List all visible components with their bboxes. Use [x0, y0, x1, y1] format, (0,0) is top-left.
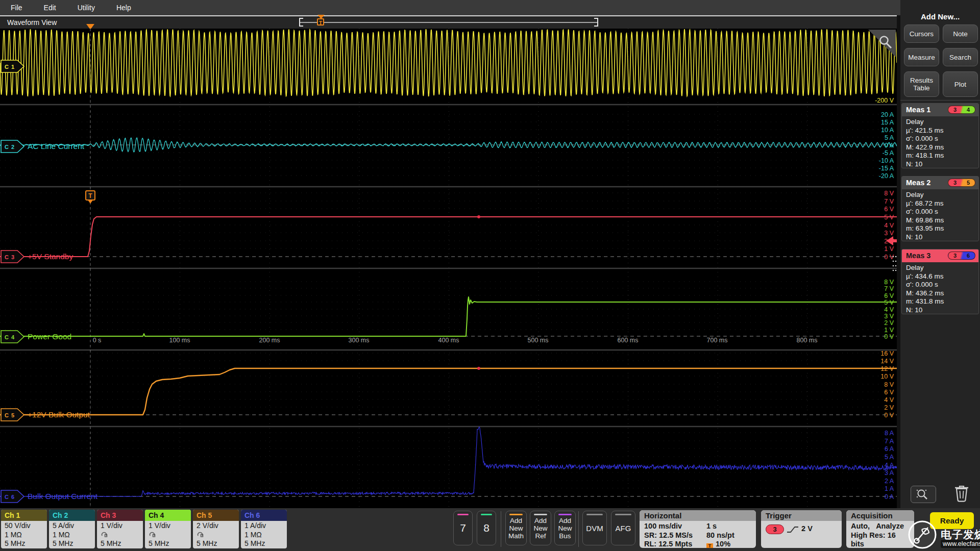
horizontal-pan-track[interactable]: [300, 22, 597, 23]
cursors-button[interactable]: Cursors: [904, 24, 939, 43]
dvm-button[interactable]: DVM: [582, 511, 607, 545]
meas-stat-line: σ': 0.000 s: [906, 208, 974, 216]
channel-setting-row: 5 MHz: [149, 539, 191, 548]
panel-divider: [900, 100, 980, 101]
channel-flag-c6[interactable]: C 6Bulk Output Current: [1, 490, 98, 503]
horizontal-panel-title: Horizontal: [640, 510, 756, 521]
results-table-button[interactable]: Results Table: [904, 71, 939, 97]
horizontal-panel-body: 100 ms/div1 sSR: 12.5 MS/s80 ns/ptRL: 12…: [640, 521, 756, 548]
channel-badge-header: Ch 6: [241, 510, 287, 521]
meas-stat-line: M: 436.2 ms: [906, 289, 974, 298]
add-new-ref-button[interactable]: AddNewRef: [530, 511, 551, 545]
acquisition-mode: Auto,: [851, 522, 870, 530]
add-new-title: Add New...: [900, 12, 980, 21]
meas-stat-line: µ': 68.72 ms: [906, 199, 974, 208]
svg-text:C 4: C 4: [5, 334, 15, 340]
scale-label: 6 V: [884, 389, 894, 396]
meas-stat-line: µ': 421.5 ms: [906, 127, 974, 135]
channel-flag-c5[interactable]: C 5+12V Bulk Output: [1, 409, 90, 421]
meas-type: Delay: [906, 264, 974, 272]
note-button[interactable]: Note: [943, 24, 978, 43]
button-group-divider: [501, 511, 501, 547]
button-group-divider: [578, 511, 579, 547]
acquisition-mode-row: Auto, Analyze: [851, 522, 910, 531]
scale-label: 2 V: [884, 404, 894, 411]
meas-card-3[interactable]: Meas 336Delayµ': 434.6 msσ': 0.000 sM: 4…: [901, 249, 979, 314]
channel-badge-ch6[interactable]: Ch 61 A/div1 MΩ5 MHz: [241, 510, 287, 548]
time-axis-label: 100 ms: [169, 337, 190, 344]
channel-badge-ch1[interactable]: Ch 150 V/div1 MΩ5 MHz: [1, 510, 47, 548]
trigger-source-badge: 3: [766, 524, 784, 534]
horizontal-panel[interactable]: Horizontal100 ms/div1 sSR: 12.5 MS/s80 n…: [640, 510, 756, 548]
meas-card-2[interactable]: Meas 235Delayµ': 68.72 msσ': 0.000 sM: 6…: [901, 176, 979, 241]
scale-label: 5 A: [885, 134, 894, 141]
channel-badge-settings: 50 V/div1 MΩ5 MHz: [1, 521, 47, 548]
time-axis-label: 400 ms: [438, 337, 459, 344]
time-axis-label: 0 s: [93, 337, 102, 344]
trigger-position-slider[interactable]: T: [316, 15, 326, 29]
add-new-math-button[interactable]: AddNewMath: [505, 511, 527, 545]
meas-stats: Delayµ': 421.5 msσ': 0.000 sM: 422.9 msm…: [902, 116, 978, 168]
trash-icon[interactable]: [953, 484, 970, 504]
search-button[interactable]: Search: [943, 48, 978, 66]
meas-source-b: 6: [962, 252, 975, 259]
scale-label: 1 A: [885, 485, 894, 492]
time-axis-label: 700 ms: [707, 337, 728, 344]
trigger-panel[interactable]: Trigger3 2 V: [761, 510, 842, 548]
meas-stats: Delayµ': 68.72 msσ': 0.000 sM: 69.86 msm…: [902, 189, 978, 241]
menu-item-help[interactable]: Help: [106, 0, 142, 15]
channel-badge-ch2[interactable]: Ch 25 A/div1 MΩ5 MHz: [49, 510, 95, 548]
measurement-gate-dot: [477, 215, 480, 218]
trace-ch1-ac-line-voltage: [0, 29, 897, 96]
scope-display: -200 VC 120 A15 A10 A5 A0 A-5 A-10 A-15 …: [0, 29, 897, 508]
add-new-bus-button[interactable]: AddNewBus: [554, 511, 576, 545]
time-axis-label: 300 ms: [349, 337, 370, 344]
meas-header[interactable]: Meas 134: [902, 104, 978, 116]
channel-flag-c1[interactable]: C 1: [1, 60, 24, 72]
menu-item-edit[interactable]: Edit: [33, 0, 67, 15]
channel-setting-row: 5 MHz: [53, 539, 95, 548]
plot-button[interactable]: Plot: [943, 71, 978, 97]
time-axis-label: 500 ms: [528, 337, 549, 344]
channel-setting-row: 5 MHz: [244, 539, 287, 548]
meas-source-b: 4: [962, 106, 975, 113]
meas-header[interactable]: Meas 235: [902, 177, 978, 189]
menu-item-utility[interactable]: Utility: [67, 0, 106, 15]
meas-card-1[interactable]: Meas 134Delayµ': 421.5 msσ': 0.000 sM: 4…: [901, 103, 979, 168]
trigger-slider-t-icon: T: [317, 18, 324, 26]
channel-badge-settings: 1 V/div5 MHz: [97, 521, 143, 548]
scale-label: 0 A: [885, 493, 894, 500]
trigger-t-badge[interactable]: T: [86, 191, 95, 204]
measure-button[interactable]: Measure: [904, 48, 939, 66]
menu-item-file[interactable]: File: [0, 0, 33, 15]
zoom-corner-button[interactable]: [868, 30, 896, 57]
scale-label: 5 V: [884, 299, 894, 306]
acquisition-panel[interactable]: AcquisitionAuto, AnalyzeHigh Res: 16 bit…: [846, 510, 914, 548]
add-new-ref-button-label: AddNewRef: [530, 511, 551, 545]
afg-button[interactable]: AFG: [611, 511, 635, 545]
channel-badge-ch3[interactable]: Ch 31 V/div5 MHz: [97, 510, 143, 548]
channel-7-button[interactable]: 7: [453, 511, 473, 545]
scale-label: 8 A: [885, 430, 894, 437]
channel-8-button[interactable]: 8: [477, 511, 496, 545]
waveform-graticule[interactable]: -200 VC 120 A15 A10 A5 A0 A-5 A-10 A-15 …: [0, 29, 897, 508]
time-axis-label: 800 ms: [797, 337, 818, 344]
channel-cards: Ch 150 V/div1 MΩ5 MHzCh 25 A/div1 MΩ5 MH…: [1, 510, 287, 548]
meas-source-a: 3: [948, 179, 962, 186]
channel-flag-c2[interactable]: C 2AC Line Current: [1, 140, 85, 153]
channel-badge-settings: 5 A/div1 MΩ5 MHz: [49, 521, 95, 548]
channel-flag-c4[interactable]: C 4Power Good: [1, 331, 71, 343]
channel-badge-ch5[interactable]: Ch 52 V/div5 MHz: [193, 510, 239, 548]
acquisition-panel-body: Auto, AnalyzeHigh Res: 16 bits10 Acqs: [846, 521, 914, 548]
zoom-overview-button[interactable]: [911, 486, 936, 503]
rising-edge-icon: [786, 525, 799, 534]
scale-label: 5 V: [884, 214, 894, 221]
tab-waveform-view[interactable]: Waveform View: [7, 18, 57, 27]
watermark-logo-icon: [906, 519, 938, 551]
scale-label: 0 V: [884, 333, 894, 340]
channel-name-label: +12V Bulk Output: [28, 410, 90, 419]
horizontal-row: 100 ms/div1 s: [644, 522, 751, 531]
meas-header[interactable]: Meas 336: [902, 249, 978, 262]
channel-flag-c3[interactable]: C 3+5V Standby: [1, 251, 73, 263]
channel-badge-ch4[interactable]: Ch 41 V/div5 MHz: [145, 510, 191, 548]
